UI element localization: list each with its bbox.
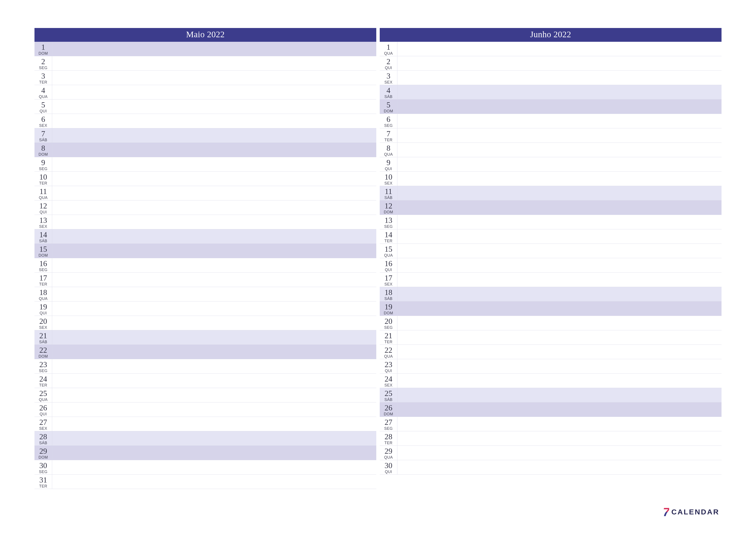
day-number: 30 — [40, 462, 47, 470]
day-abbr: QUI — [385, 167, 392, 171]
day-abbr: TER — [39, 383, 47, 387]
day-cell: 26QUI — [35, 402, 52, 417]
day-cell: 12DOM — [380, 200, 397, 215]
day-cell: 23SEG — [35, 359, 52, 373]
day-abbr: SEG — [384, 326, 393, 329]
day-row: 19DOM — [380, 301, 721, 316]
day-abbr: SEX — [385, 80, 393, 84]
day-row: 15DOM — [35, 244, 376, 258]
note-cell — [397, 417, 721, 431]
day-row: 29DOM — [35, 446, 376, 460]
day-number: 7 — [41, 130, 45, 138]
day-row: 13SEX — [35, 215, 376, 229]
day-row: 25QUA — [35, 388, 376, 402]
note-cell — [52, 143, 376, 157]
day-cell: 14TER — [380, 229, 397, 243]
day-row: 22QUA — [380, 345, 721, 359]
note-cell — [397, 287, 721, 301]
day-row: 24SEX — [380, 373, 721, 388]
day-row: 3SEX — [380, 71, 721, 85]
day-number: 13 — [385, 216, 392, 224]
day-row: 26DOM — [380, 402, 721, 417]
day-row: 15QUA — [380, 244, 721, 258]
note-cell — [397, 143, 721, 157]
day-row: 8DOM — [35, 143, 376, 157]
note-cell — [397, 273, 721, 287]
day-cell: 16SEG — [35, 258, 52, 272]
day-abbr: DOM — [39, 455, 48, 459]
day-row: 28SÁB — [35, 431, 376, 446]
day-row: 23QUI — [380, 359, 721, 373]
month-header: Maio 2022 — [35, 28, 376, 42]
note-cell — [52, 172, 376, 186]
day-abbr: DOM — [39, 354, 48, 358]
note-cell — [52, 316, 376, 330]
day-number: 24 — [385, 375, 392, 383]
day-number: 16 — [40, 260, 47, 267]
calendar-page: Maio 2022 1DOM2SEG3TER4QUA5QUI6SEX7SÁB8D… — [0, 0, 756, 534]
day-number: 2 — [41, 58, 45, 65]
day-row: 9QUI — [380, 157, 721, 172]
note-cell — [397, 128, 721, 142]
day-abbr: QUI — [385, 268, 392, 272]
note-cell — [397, 56, 721, 70]
day-row: 1DOM — [35, 42, 376, 56]
day-cell: 19DOM — [380, 301, 397, 316]
day-row: 6SEG — [380, 114, 721, 128]
month-columns: Maio 2022 1DOM2SEG3TER4QUA5QUI6SEX7SÁB8D… — [35, 28, 721, 508]
day-abbr: TER — [385, 441, 393, 445]
day-row: 30QUI — [380, 460, 721, 474]
note-cell — [397, 172, 721, 186]
logo-mark-icon: 7 — [663, 505, 669, 519]
day-row: 20SEX — [35, 316, 376, 330]
note-cell — [52, 85, 376, 99]
day-row: 14SÁB — [35, 229, 376, 244]
day-row: 31TER — [35, 474, 376, 489]
day-number: 13 — [40, 216, 47, 224]
day-abbr: SEG — [39, 66, 48, 70]
day-number: 27 — [40, 419, 47, 426]
day-number: 18 — [40, 289, 47, 296]
day-cell: 28TER — [380, 431, 397, 445]
note-cell — [52, 287, 376, 301]
day-row: 22DOM — [35, 345, 376, 359]
note-cell — [52, 460, 376, 474]
note-cell — [52, 128, 376, 142]
day-number: 6 — [41, 115, 45, 123]
note-cell — [397, 258, 721, 272]
day-row: 7SÁB — [35, 128, 376, 143]
day-abbr: SEX — [385, 282, 393, 286]
day-abbr: SEG — [39, 167, 48, 171]
day-abbr: SEG — [39, 268, 48, 272]
logo-text: CALENDAR — [671, 508, 719, 516]
day-number: 19 — [385, 303, 392, 311]
day-cell: 10TER — [35, 172, 52, 186]
day-cell: 24TER — [35, 373, 52, 388]
day-cell: 16QUI — [380, 258, 397, 272]
day-abbr: DOM — [39, 51, 48, 55]
day-cell: 29DOM — [35, 446, 52, 460]
day-abbr: QUA — [39, 196, 48, 200]
day-row: 6SEX — [35, 114, 376, 128]
day-number: 15 — [385, 245, 392, 253]
day-cell: 28SÁB — [35, 431, 52, 445]
day-rows: 1QUA2QUI3SEX4SÁB5DOM6SEG7TER8QUA9QUI10SE… — [380, 42, 721, 474]
day-row: 3TER — [35, 71, 376, 85]
day-abbr: SEX — [385, 383, 393, 387]
day-cell: 15QUA — [380, 244, 397, 258]
day-number: 15 — [40, 245, 47, 253]
day-cell: 17TER — [35, 273, 52, 287]
day-abbr: TER — [39, 181, 47, 185]
note-cell — [52, 402, 376, 417]
day-number: 20 — [385, 318, 392, 325]
day-number: 14 — [40, 231, 47, 239]
note-cell — [52, 273, 376, 287]
day-cell: 22QUA — [380, 345, 397, 359]
day-abbr: QUA — [39, 398, 48, 402]
day-cell: 11SÁB — [380, 186, 397, 200]
day-abbr: SEX — [39, 124, 47, 127]
day-abbr: SEG — [384, 426, 393, 430]
day-cell: 6SEX — [35, 114, 52, 128]
day-number: 29 — [385, 447, 392, 455]
note-cell — [397, 244, 721, 258]
